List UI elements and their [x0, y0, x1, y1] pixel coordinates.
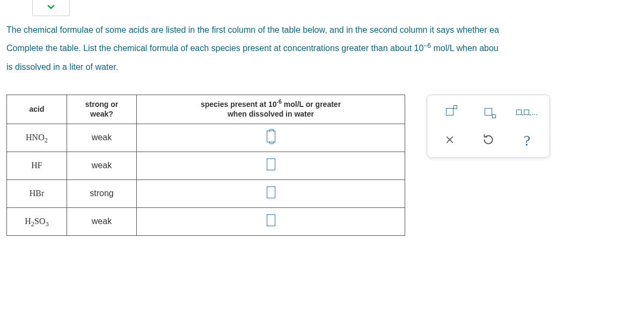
x-icon — [445, 135, 455, 147]
species-cell[interactable] — [137, 179, 405, 207]
clear-button[interactable] — [433, 127, 467, 154]
table-row: HBrstrong — [7, 179, 405, 207]
instruction-line-1: The chemical formulae of some acids are … — [6, 24, 644, 36]
question-icon: ? — [524, 132, 530, 149]
box-icon — [446, 108, 453, 116]
species-cell[interactable] — [137, 124, 405, 152]
instruction-line-2: Complete the table. List the chemical fo… — [6, 42, 644, 54]
strength-cell: weak — [67, 152, 137, 179]
species-input[interactable] — [267, 186, 275, 198]
box-icon — [485, 108, 492, 116]
strength-cell: weak — [67, 207, 137, 235]
chevron-down-icon — [46, 2, 56, 14]
header-strength: strong orweak? — [67, 95, 137, 124]
acid-table: acid strong orweak? species present at 1… — [6, 95, 405, 235]
table-row: HFweak — [7, 152, 405, 179]
reset-button[interactable] — [471, 127, 506, 154]
acid-formula-cell: HNO2 — [7, 124, 67, 152]
table-row: HNO2weak — [7, 124, 405, 152]
strength-cell: strong — [67, 179, 137, 207]
help-button[interactable]: ? — [510, 127, 544, 154]
superscript-button[interactable] — [433, 98, 467, 125]
species-cell[interactable] — [137, 152, 405, 179]
header-acid: acid — [7, 95, 67, 124]
species-cell[interactable] — [137, 207, 405, 235]
table-row: H2SO3weak — [7, 207, 405, 235]
list-icon: ,,... — [516, 107, 538, 117]
list-input-button[interactable]: ,,... — [510, 98, 544, 125]
species-input[interactable] — [267, 131, 275, 142]
species-input[interactable] — [267, 159, 275, 170]
subscript-button[interactable] — [471, 98, 506, 125]
acid-formula-cell: HF — [7, 152, 67, 179]
acid-formula-cell: H2SO3 — [7, 207, 67, 235]
header-species: species present at 10-6 mol/L or greater… — [137, 95, 405, 124]
acid-formula-cell: HBr — [7, 179, 67, 207]
undo-icon — [483, 134, 494, 148]
acid-table-body: HNO2weakHFweakHBrstrongH2SO3weak — [7, 124, 405, 235]
instruction-line-3: is dissolved in a liter of water. — [6, 61, 644, 73]
strength-cell: weak — [67, 124, 137, 152]
tools-panel: ,,... ? — [427, 95, 550, 158]
species-input[interactable] — [267, 214, 275, 226]
dropdown-toggle[interactable] — [32, 0, 70, 16]
